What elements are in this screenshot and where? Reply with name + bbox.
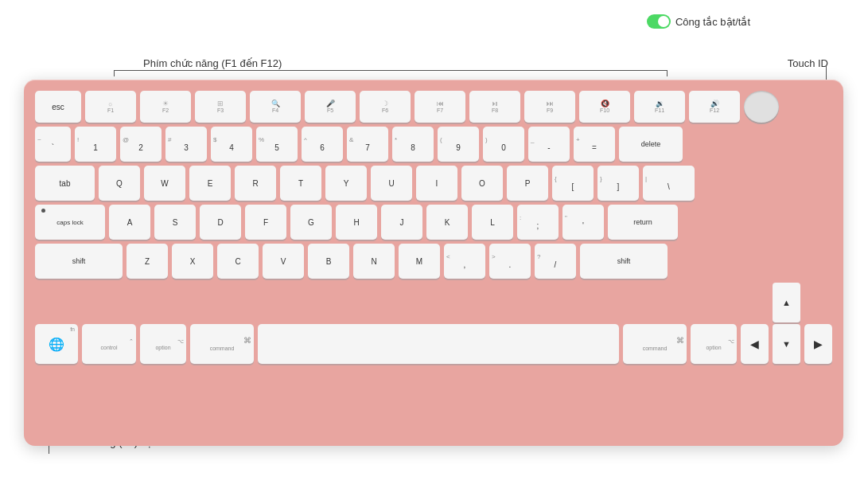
key-tab[interactable]: tab [35, 166, 95, 201]
key-5[interactable]: %5 [256, 127, 298, 162]
key-h[interactable]: H [336, 205, 377, 240]
key-f9[interactable]: ⏭F9 [524, 91, 575, 123]
key-6[interactable]: ^6 [302, 127, 343, 162]
key-f[interactable]: F [245, 205, 286, 240]
key-comma[interactable]: <, [444, 244, 485, 279]
key-y[interactable]: Y [325, 166, 367, 201]
key-a[interactable]: A [109, 205, 150, 240]
key-esc[interactable]: esc [35, 91, 81, 123]
key-r[interactable]: R [235, 166, 276, 201]
fkeys-bracket-left [114, 70, 115, 76]
key-p[interactable]: P [507, 166, 548, 201]
arrow-ud-container: ▲ ▼ [773, 283, 800, 364]
key-9[interactable]: (9 [438, 127, 479, 162]
key-f6[interactable]: ☽F6 [360, 91, 411, 123]
key-k[interactable]: K [426, 205, 468, 240]
key-f2[interactable]: ☀F2 [140, 91, 191, 123]
key-v[interactable]: V [263, 244, 304, 279]
key-f5[interactable]: 🎤F5 [305, 91, 356, 123]
key-rbracket[interactable]: }] [597, 166, 639, 201]
key-delete[interactable]: delete [619, 127, 683, 162]
key-lbracket[interactable]: {[ [552, 166, 594, 201]
key-j[interactable]: J [381, 205, 422, 240]
fkeys-label: Phím chức năng (F1 đến F12) [143, 57, 282, 69]
key-option-left[interactable]: ⌥ option [140, 324, 186, 364]
key-3[interactable]: #3 [165, 127, 207, 162]
keyboard: esc ☼F1 ☀F2 ⊞F3 🔍F4 🎤F5 ☽F6 ⏮F7 ⏯F8 ⏭F9 … [24, 80, 843, 446]
key-0[interactable]: )0 [483, 127, 524, 162]
key-f12[interactable]: 🔊F12 [689, 91, 740, 123]
key-capslock[interactable]: caps lock [35, 205, 105, 240]
key-quote[interactable]: "' [562, 205, 604, 240]
key-1[interactable]: !1 [75, 127, 116, 162]
key-w[interactable]: W [144, 166, 185, 201]
toggle-switch[interactable] [647, 14, 671, 29]
key-d[interactable]: D [200, 205, 241, 240]
key-t[interactable]: T [280, 166, 321, 201]
page-container: Công tắc bật/tắt Touch ID Phím chức năng… [0, 0, 868, 500]
caps-dot [41, 209, 45, 213]
key-q[interactable]: Q [99, 166, 140, 201]
key-command-right[interactable]: ⌘ command [623, 324, 687, 364]
key-b[interactable]: B [308, 244, 349, 279]
key-return[interactable]: return [608, 205, 678, 240]
key-7[interactable]: &7 [347, 127, 388, 162]
key-shift-left[interactable]: shift [35, 244, 123, 279]
key-shift-right[interactable]: shift [580, 244, 668, 279]
key-8[interactable]: *8 [392, 127, 434, 162]
key-semicolon[interactable]: :; [517, 205, 559, 240]
row-numbers: ~` !1 @2 #3 $4 %5 ^6 &7 *8 (9 )0 _- += d… [35, 127, 832, 162]
key-command-left[interactable]: ⌘ command [190, 324, 254, 364]
key-o[interactable]: O [461, 166, 503, 201]
key-backtick[interactable]: ~` [35, 127, 71, 162]
key-backslash[interactable]: |\ [643, 166, 695, 201]
key-f10[interactable]: 🔇F10 [579, 91, 630, 123]
fkeys-bracket-right [667, 70, 668, 76]
key-c[interactable]: C [217, 244, 259, 279]
key-equals[interactable]: += [574, 127, 615, 162]
key-l[interactable]: L [472, 205, 513, 240]
row-function: esc ☼F1 ☀F2 ⊞F3 🔍F4 🎤F5 ☽F6 ⏮F7 ⏯F8 ⏭F9 … [35, 91, 832, 123]
key-control[interactable]: ⌃ control [82, 324, 136, 364]
toggle-label: Công tắc bật/tắt [675, 16, 750, 28]
key-n[interactable]: N [353, 244, 395, 279]
key-arrow-down[interactable]: ▼ [773, 324, 800, 364]
fkeys-bracket-h [114, 70, 667, 71]
key-fn-globe[interactable]: fn 🌐 [35, 324, 78, 364]
key-minus[interactable]: _- [528, 127, 570, 162]
key-touchid[interactable] [744, 91, 779, 123]
key-option-right[interactable]: ⌥ option [691, 324, 737, 364]
row-shift: shift Z X C V B N M <, >. ?/ shift [35, 244, 832, 279]
key-4[interactable]: $4 [211, 127, 252, 162]
key-f4[interactable]: 🔍F4 [250, 91, 301, 123]
toggle-label-area: Công tắc bật/tắt [647, 14, 750, 29]
key-x[interactable]: X [172, 244, 213, 279]
key-s[interactable]: S [154, 205, 196, 240]
key-arrow-up[interactable]: ▲ [773, 283, 800, 322]
key-arrow-right[interactable]: ▶ [804, 324, 832, 364]
key-f8[interactable]: ⏯F8 [469, 91, 520, 123]
key-e[interactable]: E [189, 166, 231, 201]
key-slash[interactable]: ?/ [535, 244, 576, 279]
key-arrow-left[interactable]: ◀ [741, 324, 769, 364]
key-f1[interactable]: ☼F1 [85, 91, 136, 123]
key-space[interactable] [258, 324, 619, 364]
key-i[interactable]: I [416, 166, 457, 201]
touchid-label: Touch ID [788, 57, 828, 69]
key-m[interactable]: M [399, 244, 440, 279]
row-qwerty: tab Q W E R T Y U I O P {[ }] |\ [35, 166, 832, 201]
key-u[interactable]: U [371, 166, 412, 201]
key-z[interactable]: Z [127, 244, 168, 279]
key-2[interactable]: @2 [120, 127, 162, 162]
row-bottom: fn 🌐 ⌃ control ⌥ option ⌘ command ⌘ comm… [35, 283, 832, 364]
key-f11[interactable]: 🔉F11 [634, 91, 685, 123]
key-g[interactable]: G [290, 205, 332, 240]
key-f3[interactable]: ⊞F3 [195, 91, 246, 123]
row-home: caps lock A S D F G H J K L :; "' return [35, 205, 832, 240]
key-f7[interactable]: ⏮F7 [415, 91, 465, 123]
key-period[interactable]: >. [489, 244, 531, 279]
